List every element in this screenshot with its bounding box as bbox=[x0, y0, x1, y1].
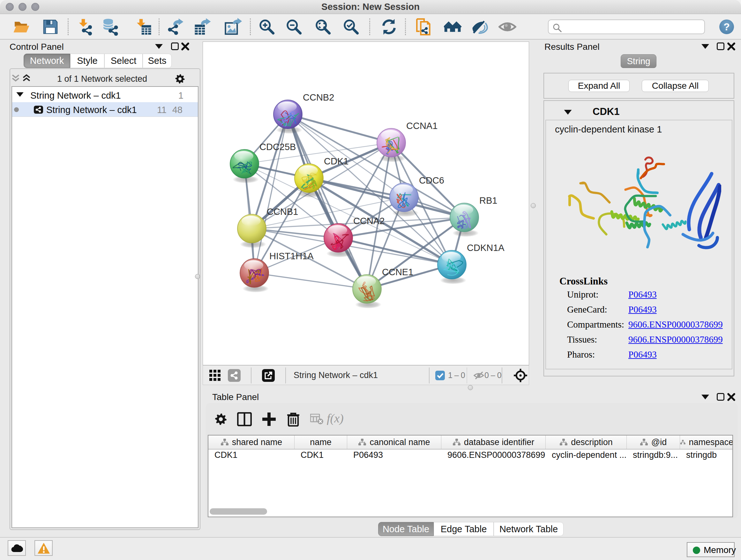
column-header-database-identifier[interactable]: database identifier bbox=[441, 435, 546, 449]
table-cell-namespace[interactable]: stringdb bbox=[680, 450, 733, 463]
network-options-gear-icon[interactable] bbox=[174, 73, 186, 84]
column-header-namespace[interactable]: namespace bbox=[680, 435, 733, 449]
tab-select[interactable]: Select bbox=[105, 54, 143, 68]
expand-all-button[interactable]: Expand All bbox=[568, 80, 630, 92]
horizontal-scrollbar-thumb[interactable] bbox=[210, 508, 267, 515]
main-toolbar: ? bbox=[0, 14, 741, 40]
protein-description: cyclin-dependent kinase 1 bbox=[555, 124, 662, 135]
tab-style[interactable]: Style bbox=[70, 54, 105, 68]
tab-sets[interactable]: Sets bbox=[143, 54, 172, 68]
help-button[interactable]: ? bbox=[719, 19, 734, 34]
right-splitter-handle[interactable] bbox=[531, 203, 536, 208]
network-node-count: 11 bbox=[152, 105, 166, 115]
table-panel-close-icon[interactable] bbox=[727, 393, 735, 401]
open-in-window-icon[interactable] bbox=[262, 369, 275, 382]
cloud-button[interactable] bbox=[8, 540, 26, 556]
left-splitter-handle[interactable] bbox=[195, 274, 200, 279]
table-cell-canonical-name[interactable]: P06493 bbox=[347, 450, 441, 463]
crosslink-link[interactable]: P06493 bbox=[628, 304, 657, 315]
control-panel-close-icon[interactable] bbox=[181, 43, 189, 51]
table-panel-menu-icon[interactable] bbox=[701, 395, 709, 400]
export-image-icon[interactable] bbox=[224, 18, 242, 36]
zoom-out-icon[interactable] bbox=[285, 18, 303, 36]
search-icon bbox=[552, 23, 562, 33]
expand-all-networks-icon[interactable] bbox=[22, 74, 30, 83]
crosslink-label: Compartments: bbox=[567, 319, 624, 330]
network-graph[interactable]: CCNB2CCNA1CDC25BCDK1CDC6RB1CCNB1CCNA2CDK… bbox=[203, 42, 529, 365]
protein-collapse-icon[interactable] bbox=[564, 110, 572, 115]
show-column-panel-icon[interactable] bbox=[237, 412, 252, 426]
column-header-canonical-name[interactable]: canonical name bbox=[347, 435, 441, 449]
delete-column-trash-icon[interactable] bbox=[286, 412, 300, 427]
column-header-id[interactable]: @id bbox=[627, 435, 680, 449]
table-cell-id[interactable]: stringdb:9... bbox=[627, 450, 680, 463]
control-panel-menu-icon[interactable] bbox=[155, 44, 163, 49]
refresh-layout-icon[interactable] bbox=[380, 18, 398, 36]
birds-eye-view-icon[interactable] bbox=[209, 370, 221, 381]
table-cell-shared-name[interactable]: CDK1 bbox=[208, 450, 294, 463]
tab-edge-table[interactable]: Edge Table bbox=[434, 522, 494, 536]
memory-status-dot bbox=[693, 547, 700, 554]
crosslink-link[interactable]: P06493 bbox=[628, 349, 657, 360]
create-column-icon[interactable] bbox=[262, 412, 276, 427]
table-header-row: shared name name canonical name database… bbox=[208, 435, 733, 449]
hide-graphics-details-icon[interactable] bbox=[471, 18, 489, 36]
crosslink-link[interactable]: 9606.ENSP00000378699 bbox=[628, 319, 723, 330]
import-network-from-file-icon[interactable] bbox=[77, 18, 94, 36]
cloud-icon bbox=[11, 544, 23, 553]
function-builder-icon[interactable]: f(x) bbox=[327, 411, 344, 425]
crosslink-row: GeneCard: P06493 bbox=[546, 304, 731, 319]
collapse-all-button[interactable]: Collapse All bbox=[642, 80, 709, 92]
delete-table-icon[interactable] bbox=[310, 414, 324, 425]
tab-node-table[interactable]: Node Table bbox=[378, 522, 434, 536]
string-badge-icon[interactable] bbox=[228, 369, 241, 382]
crosslink-row: Compartments: 9606.ENSP00000378699 bbox=[546, 319, 731, 334]
control-panel-float-icon[interactable] bbox=[171, 43, 179, 50]
memory-button[interactable]: Memory bbox=[687, 542, 735, 557]
control-panel-title: Control Panel bbox=[10, 42, 64, 52]
column-header-name[interactable]: name bbox=[294, 435, 347, 449]
bottom-splitter-handle[interactable] bbox=[468, 385, 473, 390]
import-network-from-database-icon[interactable] bbox=[102, 18, 119, 36]
search-input[interactable] bbox=[565, 21, 702, 33]
results-panel-close-icon[interactable] bbox=[727, 43, 735, 51]
crosslink-link[interactable]: P06493 bbox=[628, 289, 657, 300]
table-cell-database-identifier[interactable]: 9606.ENSP00000378699 bbox=[441, 450, 546, 463]
selected-checkbox-icon[interactable] bbox=[435, 371, 445, 380]
network-canvas[interactable]: CCNB2CCNA1CDC25BCDK1CDC6RB1CCNB1CCNA2CDK… bbox=[203, 42, 529, 365]
save-session-icon[interactable] bbox=[42, 18, 59, 36]
show-graphics-details-icon[interactable] bbox=[498, 18, 516, 36]
warning-button[interactable] bbox=[35, 540, 53, 556]
column-tree-icon bbox=[680, 438, 685, 446]
table-panel-float-icon[interactable] bbox=[717, 393, 724, 401]
results-panel-float-icon[interactable] bbox=[717, 43, 724, 50]
network-row-selected[interactable]: String Network – cdk1 11 48 bbox=[12, 102, 198, 117]
column-header-shared-name[interactable]: shared name bbox=[208, 435, 294, 449]
results-tab-string[interactable]: String bbox=[621, 54, 657, 68]
results-panel-menu-icon[interactable] bbox=[701, 44, 709, 49]
fit-content-crosshair-icon[interactable] bbox=[513, 368, 528, 383]
crosslink-link[interactable]: 9606.ENSP00000378699 bbox=[628, 334, 723, 345]
tab-network-table[interactable]: Network Table bbox=[494, 522, 563, 536]
tree-expand-icon[interactable] bbox=[16, 92, 23, 97]
collapse-all-networks-icon[interactable] bbox=[11, 74, 20, 83]
table-cell-description[interactable]: cyclin-dependent ... bbox=[546, 450, 627, 463]
hidden-eye-icon[interactable] bbox=[474, 371, 485, 380]
import-table-from-file-icon[interactable] bbox=[134, 18, 152, 36]
show-all-networks-icon[interactable] bbox=[444, 18, 462, 36]
tab-network[interactable]: Network bbox=[23, 54, 70, 68]
open-file-icon[interactable] bbox=[12, 18, 30, 36]
table-cell-name[interactable]: CDK1 bbox=[294, 450, 347, 463]
column-tree-icon bbox=[640, 438, 648, 446]
column-tree-icon bbox=[453, 438, 461, 446]
network-collection-row[interactable]: String Network – cdk1 1 bbox=[12, 88, 198, 103]
zoom-fit-icon[interactable] bbox=[314, 18, 332, 36]
zoom-selected-icon[interactable] bbox=[342, 18, 360, 36]
column-header-description[interactable]: description bbox=[546, 435, 627, 449]
export-table-icon[interactable] bbox=[194, 18, 212, 36]
zoom-in-icon[interactable] bbox=[258, 18, 276, 36]
table-options-gear-icon[interactable] bbox=[214, 412, 228, 426]
copy-network-icon[interactable] bbox=[415, 18, 433, 36]
network-row-label: String Network – cdk1 bbox=[46, 105, 137, 115]
export-network-icon[interactable] bbox=[166, 18, 185, 36]
